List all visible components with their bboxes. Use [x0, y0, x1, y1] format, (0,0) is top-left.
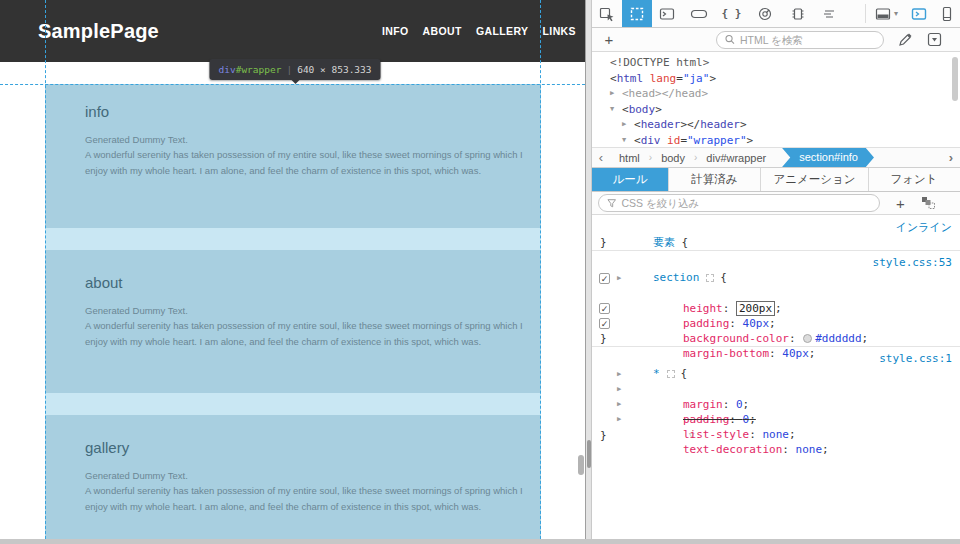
twisty-closed-icon[interactable]: ▶ — [622, 117, 626, 133]
breadcrumb-item-section-info[interactable]: section#info — [781, 147, 874, 168]
markup-line-head[interactable]: ▶<head></head> — [592, 86, 960, 102]
site-nav: INFO ABOUT GALLERY LINKS — [382, 0, 576, 62]
breadcrumb-forward-icon[interactable]: › — [942, 150, 960, 165]
toolbar-separator — [865, 4, 866, 23]
section-title: gallery — [85, 439, 129, 456]
inspector-tab-icon[interactable] — [622, 0, 652, 27]
star-rule-selector: *{ style.css:1 — [592, 351, 960, 366]
node-infobar: div#wrapper | 640 × 853.333 — [209, 59, 380, 80]
debugger-icon[interactable] — [682, 0, 715, 27]
performance-icon[interactable] — [748, 0, 781, 27]
twisty-closed-icon[interactable]: ▶ — [617, 412, 621, 427]
prop-enabled-checkbox[interactable]: ✓ — [599, 318, 610, 329]
tab-computed[interactable]: 計算済み — [669, 168, 761, 191]
devtools-splitter[interactable] — [585, 0, 592, 544]
eyedropper-icon[interactable] — [898, 32, 913, 47]
section-rule-close: } — [592, 331, 960, 346]
prop-enabled-checkbox[interactable]: ✓ — [599, 273, 610, 284]
devtools-toolbar: { } ▾ — [592, 0, 960, 28]
inspector-highlight-wrapper: info Generated Dummy Text. A wonderful s… — [45, 84, 541, 544]
dock-caret-icon[interactable]: ▾ — [894, 0, 904, 27]
section-body: A wonderful serenity has taken possessio… — [85, 318, 535, 350]
nav-link-about[interactable]: ABOUT — [423, 25, 462, 37]
inline-style-link[interactable]: インライン — [896, 220, 952, 235]
guide-line-left — [45, 0, 46, 544]
markup-toolbar: + — [592, 28, 960, 52]
browser-viewport: SamplePage INFO ABOUT GALLERY LINKS info… — [0, 0, 585, 544]
breadcrumb-back-icon[interactable]: ‹ — [592, 150, 610, 165]
nav-link-links[interactable]: LINKS — [543, 25, 577, 37]
screenshot-root: SamplePage INFO ABOUT GALLERY LINKS info… — [0, 0, 960, 544]
window-bottom-edge — [0, 539, 960, 544]
html-search-input[interactable] — [740, 34, 875, 46]
pick-element-icon[interactable] — [592, 0, 622, 27]
section-body: A wonderful serenity has taken possessio… — [85, 147, 535, 179]
twisty-closed-icon[interactable]: ▶ — [610, 86, 614, 102]
memory-icon[interactable] — [781, 0, 814, 27]
guide-line-right — [540, 0, 541, 544]
markup-line-body[interactable]: ▼<body> — [592, 102, 960, 118]
section-title: info — [85, 103, 109, 120]
console-toggle-icon[interactable] — [927, 32, 942, 47]
nav-link-gallery[interactable]: GALLERY — [476, 25, 529, 37]
tab-fonts[interactable]: フォント — [869, 168, 959, 191]
element-rule-close: } — [592, 235, 960, 250]
filter-funnel-icon — [607, 198, 616, 208]
nav-link-info[interactable]: INFO — [382, 25, 409, 37]
css-prop-padding-overridden: ▶ padding: 0; ▽ — [592, 382, 960, 397]
markup-line-header[interactable]: ▶<header></header> — [592, 117, 960, 133]
infobar-dimensions: 640 × 853.333 — [297, 64, 371, 75]
twisty-open-icon[interactable]: ▼ — [610, 102, 614, 118]
section-lead: Generated Dummy Text. — [85, 468, 535, 484]
twisty-closed-icon[interactable]: ▶ — [617, 382, 621, 397]
css-prop-list-style: ▶ list-style: none; — [592, 397, 960, 412]
rule-divider — [592, 346, 960, 347]
markup-line-doctype[interactable]: <!DOCTYPE html> — [592, 55, 960, 71]
rules-view: 要素 { インライン } section{ style.css:53 ✓ ▶ p… — [592, 215, 960, 539]
separate-window-icon[interactable] — [904, 0, 934, 27]
sidebar-tabs: ルール 計算済み アニメーション フォント — [592, 168, 960, 192]
infobar-separator: | — [286, 64, 292, 75]
markup-line-html[interactable]: <html lang="ja"> — [592, 71, 960, 87]
splitter-scroll-thumb[interactable] — [587, 440, 591, 468]
stylesheet-link[interactable]: style.css:53 — [873, 255, 952, 270]
devtools-panel: { } ▾ + — [592, 0, 960, 544]
twisty-closed-icon[interactable]: ▶ — [617, 397, 621, 412]
prop-enabled-checkbox[interactable]: ✓ — [599, 303, 610, 314]
section-body: A wonderful serenity has taken possessio… — [85, 483, 535, 515]
section-rule-selector: section{ style.css:53 — [592, 255, 960, 270]
highlight-section-info: info Generated Dummy Text. A wonderful s… — [45, 84, 541, 228]
css-prop-height-editing: height: 200px; — [592, 286, 960, 301]
tab-animations[interactable]: アニメーション — [761, 168, 869, 191]
tab-rules[interactable]: ルール — [592, 168, 669, 191]
twisty-closed-icon[interactable]: ▶ — [617, 367, 621, 382]
css-prop-padding: ✓ ▶ padding: 40px; — [592, 271, 960, 286]
css-filter-input[interactable] — [621, 197, 871, 209]
page-scrollbar[interactable] — [578, 455, 584, 475]
highlight-section-about: about Generated Dummy Text. A wonderful … — [45, 250, 541, 393]
html-search-box — [716, 31, 884, 49]
markup-scrollbar[interactable] — [952, 57, 958, 101]
twisty-open-icon[interactable]: ▼ — [622, 133, 626, 147]
console-icon[interactable] — [652, 0, 682, 27]
style-editor-icon[interactable]: { } — [715, 0, 748, 27]
add-rule-button[interactable]: + — [896, 195, 905, 212]
add-node-button[interactable]: + — [592, 31, 626, 48]
breadcrumb-item-div-wrapper[interactable]: div#wrapper — [697, 152, 775, 164]
network-icon[interactable] — [814, 0, 844, 27]
breadcrumb-item-html[interactable]: html — [610, 152, 649, 164]
pseudo-class-panel-icon[interactable] — [921, 196, 936, 210]
infobar-id: #wrapper — [236, 64, 282, 75]
stylesheet-link[interactable]: style.css:1 — [879, 351, 952, 366]
markup-line-div-wrapper[interactable]: ▼<div id="wrapper"> — [592, 133, 960, 147]
twisty-closed-icon[interactable]: ▶ — [617, 271, 621, 286]
highlight-section-gallery: gallery Generated Dummy Text. A wonderfu… — [45, 415, 541, 544]
responsive-mode-icon[interactable] — [934, 0, 960, 27]
site-header: SamplePage INFO ABOUT GALLERY LINKS — [0, 0, 585, 62]
css-filter-row: + — [592, 192, 960, 215]
guide-line-top — [0, 84, 585, 85]
breadcrumb-item-body[interactable]: body — [652, 152, 694, 164]
css-prop-background-color: ✓ background-color: #dddddd; — [592, 301, 960, 316]
css-filter-box — [598, 194, 880, 212]
css-prop-margin-bottom: ✓ margin-bottom: 40px; — [592, 316, 960, 331]
